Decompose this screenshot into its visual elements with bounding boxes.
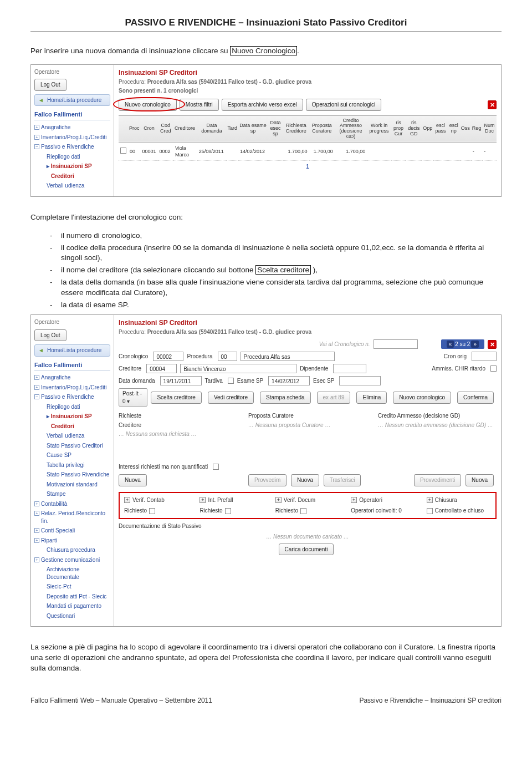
home-nav[interactable]: ◄Home/Lista procedure	[34, 344, 110, 357]
richiesto-label: Richiesto	[124, 507, 147, 515]
close-icon[interactable]: ✕	[488, 340, 497, 349]
scelta-creditore-button[interactable]: Scelta creditore	[151, 392, 201, 404]
operatori-label: Operatori	[359, 496, 382, 504]
sidebar-item-anagrafiche[interactable]: Anagrafiche	[34, 373, 110, 383]
sidebar-item-verbali[interactable]: Verbali udienza	[34, 431, 110, 441]
elimina-button[interactable]: Elimina	[356, 392, 387, 404]
home-nav[interactable]: ◄Home/Lista procedure	[34, 94, 110, 106]
sidebar-item-passivo[interactable]: Passivo e Rivendiche	[34, 142, 110, 152]
sidebar-item-statopr[interactable]: Stato Passivo Rivendiche	[34, 470, 110, 480]
vai-input[interactable]	[374, 339, 418, 349]
vedi-creditore-button[interactable]: Vedi creditore	[208, 392, 254, 404]
sidebar-item-archdoc[interactable]: Archiviazione Documentale	[34, 565, 110, 582]
esporta-excel-button[interactable]: Esporta archivio verso excel	[222, 99, 303, 111]
sidebar-item-insinuazioni1[interactable]: ▸ Insinuazioni SP	[34, 161, 110, 171]
datadom-field[interactable]: 19/11/2011	[160, 376, 202, 385]
sidebar-item-verbali[interactable]: Verbali udienza	[34, 181, 110, 191]
dipendente-field[interactable]	[333, 364, 366, 373]
close-icon[interactable]: ✕	[488, 100, 497, 109]
sidebar-item-anagrafiche[interactable]: Anagrafiche	[34, 123, 110, 133]
sidebar-item-riepilogo[interactable]: Riepilogo dati	[34, 402, 110, 412]
intro-post: .	[297, 47, 299, 55]
interessi-checkbox[interactable]	[213, 464, 219, 470]
nuovo-cronologico-button[interactable]: Nuovo cronologico	[119, 99, 177, 111]
sidebar-item-mandati[interactable]: Mandati di pagamento	[34, 601, 110, 611]
cronorig-field[interactable]	[472, 352, 497, 361]
main-panel: Insinuazioni SP Creditori Procedura: Pro…	[114, 315, 501, 626]
dipendente-label: Dipendente	[300, 365, 328, 373]
richiesto-checkbox[interactable]	[225, 508, 231, 514]
carica-documenti-button[interactable]: Carica documenti	[279, 544, 334, 556]
expand-icon[interactable]: +	[124, 497, 130, 503]
sidebar-item-cause[interactable]: Cause SP	[34, 450, 110, 460]
richiesto-checkbox[interactable]	[149, 508, 155, 514]
richieste-h2: Creditore	[119, 422, 237, 429]
expand-icon[interactable]: +	[351, 497, 357, 503]
panel-subtitle: Procedura: Procedura Alfa sas (5940/2011…	[119, 78, 497, 86]
cronologico-field[interactable]: 00002	[153, 352, 183, 361]
table-row[interactable]: 00000010002Viola Marco25/08/201114/02/20…	[119, 143, 497, 161]
main-panel: Insinuazioni SP Creditori Procedura: Pro…	[114, 65, 501, 196]
sidebar-item-tabpriv[interactable]: Tabella privilegi	[34, 460, 110, 470]
expand-icon[interactable]: +	[200, 497, 206, 503]
sidebar-item-contab[interactable]: Contabilità	[34, 499, 110, 509]
sidebar-item-siecic[interactable]: Siecic-Pct	[34, 582, 110, 592]
intro: Per inserire una nuova domanda di insinu…	[30, 46, 502, 57]
sidebar-item-deposito[interactable]: Deposito atti Pct - Siecic	[34, 592, 110, 602]
nessundoc-label: … Nessun documento caricato …	[119, 533, 497, 541]
conferma-button[interactable]: Conferma	[457, 392, 494, 404]
sidebar-item-quest[interactable]: Questionari	[34, 611, 110, 621]
provvedim-button[interactable]: Provvedim	[248, 474, 287, 486]
red-highlight-box: +Verif. Contab +Int. Prefall +Verif. Doc…	[119, 492, 497, 519]
operazioni-cronologici-button[interactable]: Operazioni sui cronologici	[306, 99, 382, 111]
expand-icon[interactable]: +	[275, 497, 282, 503]
ammiss-label: Ammiss. CHIR ritardo	[432, 365, 485, 373]
sidebar-item-chiusura[interactable]: Chiusura procedura	[34, 545, 110, 555]
proposta-h: Proposta Curatore	[248, 412, 367, 420]
nav-prev-icon[interactable]: «	[447, 341, 454, 348]
brand: Fallco Fallimenti	[34, 361, 110, 371]
sidebar-item-riepilogo[interactable]: Riepilogo dati	[34, 152, 110, 162]
sidebar-item-motiv[interactable]: Motivazioni standard	[34, 480, 110, 490]
verifcontab-label: Verif. Contab	[132, 496, 165, 504]
nav-pill[interactable]: «2 su 2»	[441, 339, 484, 349]
sidebar-item-passivo[interactable]: Passivo e Rivendiche	[34, 392, 110, 402]
nuova-button[interactable]: Nuova	[119, 474, 147, 486]
provvedimenti-button[interactable]: Provvedimenti	[414, 474, 461, 486]
sidebar-item-gestcom[interactable]: Gestione comunicazioni	[34, 555, 110, 565]
logout-button[interactable]: Log Out	[34, 79, 66, 91]
exart89-button[interactable]: ex art 89	[317, 392, 351, 404]
sidebar-item-stampe[interactable]: Stampe	[34, 489, 110, 499]
sidebar-item-riparti[interactable]: Riparti	[34, 536, 110, 546]
stampa-scheda-button[interactable]: Stampa scheda	[260, 392, 311, 404]
trasferisci-button[interactable]: Trasferisci	[324, 474, 361, 486]
footer-right: Passivo e Rivendiche – Insinuazioni SP c…	[359, 696, 502, 705]
richieste-placeholder: … Nessuna somma richiesta …	[119, 430, 237, 438]
creditore-field[interactable]: 00004	[146, 364, 177, 373]
expand-icon[interactable]: +	[427, 497, 433, 503]
sidebar-item-insinuazioni1[interactable]: ▸ Insinuazioni SP	[34, 412, 110, 422]
sidebar-item-relaz[interactable]: Relaz. Period./Rendiconto fin.	[34, 509, 110, 526]
sidebar-item-insinuazioni2[interactable]: Creditori	[34, 171, 110, 181]
esecsp-field[interactable]	[339, 376, 381, 385]
row-checkbox[interactable]	[120, 148, 126, 154]
postit-dropdown[interactable]: Post-It - 0 ▾	[119, 388, 147, 407]
controllato-checkbox[interactable]	[427, 508, 433, 514]
mostra-filtri-button[interactable]: Mostra filtri	[180, 99, 219, 111]
nuova-button[interactable]: Nuova	[291, 474, 319, 486]
sidebar-item-inventario[interactable]: Inventario/Prog.Liq./Crediti	[34, 383, 110, 393]
logout-button[interactable]: Log Out	[34, 329, 66, 342]
ammiss-checkbox[interactable]	[490, 365, 497, 372]
sidebar-item-conti[interactable]: Conti Speciali	[34, 526, 110, 536]
sidebar-item-inventario[interactable]: Inventario/Prog.Liq./Crediti	[34, 133, 110, 143]
tardiva-checkbox[interactable]	[228, 378, 234, 384]
nav-next-icon[interactable]: »	[471, 341, 479, 348]
richiesto-checkbox[interactable]	[300, 508, 306, 514]
nuovo-cronologico-button[interactable]: Nuovo cronologico	[393, 392, 451, 404]
esamesp-field[interactable]: 14/02/2012	[268, 376, 310, 385]
sidebar-item-statopc[interactable]: Stato Passivo Creditori	[34, 441, 110, 451]
sidebar-item-insinuazioni2[interactable]: Creditori	[34, 422, 110, 431]
nuova-button[interactable]: Nuova	[466, 474, 494, 486]
back-icon: ◄	[38, 347, 44, 354]
procedura-field[interactable]: 00	[218, 352, 237, 361]
